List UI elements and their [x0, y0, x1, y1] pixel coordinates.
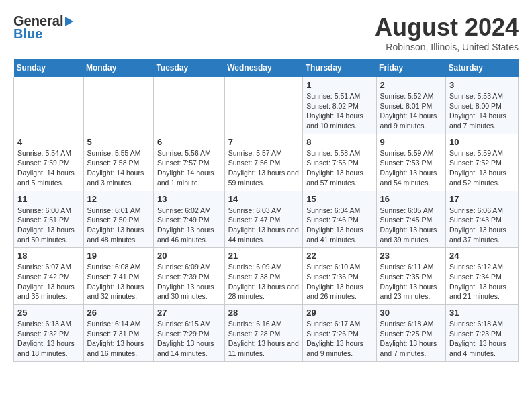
- calendar-week-row: 4Sunrise: 5:54 AMSunset: 7:59 PMDaylight…: [14, 134, 519, 191]
- day-info: Sunrise: 5:52 AMSunset: 8:01 PMDaylight:…: [380, 91, 443, 131]
- day-number: 9: [380, 137, 443, 147]
- day-number: 17: [449, 194, 515, 204]
- day-info: Sunrise: 6:02 AMSunset: 7:49 PMDaylight:…: [157, 205, 221, 245]
- title-section: August 2024 Robinson, Illinois, United S…: [375, 13, 519, 52]
- day-number: 3: [449, 80, 515, 90]
- calendar-cell: 8Sunrise: 5:58 AMSunset: 7:55 PMDaylight…: [303, 134, 376, 191]
- weekday-header-friday: Friday: [376, 59, 446, 77]
- day-number: 11: [17, 194, 80, 204]
- calendar-cell: [83, 77, 153, 134]
- calendar-cell: [153, 77, 224, 134]
- calendar-subtitle: Robinson, Illinois, United States: [375, 42, 519, 52]
- calendar-week-row: 18Sunrise: 6:07 AMSunset: 7:42 PMDayligh…: [14, 248, 519, 305]
- calendar-cell: 24Sunrise: 6:12 AMSunset: 7:34 PMDayligh…: [446, 248, 519, 305]
- calendar-cell: 18Sunrise: 6:07 AMSunset: 7:42 PMDayligh…: [14, 248, 84, 305]
- day-info: Sunrise: 6:13 AMSunset: 7:32 PMDaylight:…: [17, 319, 80, 359]
- calendar-cell: 2Sunrise: 5:52 AMSunset: 8:01 PMDaylight…: [376, 77, 446, 134]
- calendar-week-row: 25Sunrise: 6:13 AMSunset: 7:32 PMDayligh…: [14, 305, 519, 362]
- day-info: Sunrise: 6:08 AMSunset: 7:41 PMDaylight:…: [87, 262, 150, 302]
- calendar-table: SundayMondayTuesdayWednesdayThursdayFrid…: [13, 59, 519, 362]
- day-number: 21: [228, 250, 300, 261]
- day-info: Sunrise: 6:04 AMSunset: 7:46 PMDaylight:…: [306, 205, 372, 245]
- day-info: Sunrise: 6:06 AMSunset: 7:43 PMDaylight:…: [449, 205, 515, 245]
- day-number: 18: [17, 250, 80, 261]
- calendar-cell: 10Sunrise: 5:59 AMSunset: 7:52 PMDayligh…: [446, 134, 519, 191]
- day-info: Sunrise: 5:51 AMSunset: 8:02 PMDaylight:…: [306, 91, 372, 131]
- calendar-cell: 21Sunrise: 6:09 AMSunset: 7:38 PMDayligh…: [224, 248, 303, 305]
- calendar-cell: 4Sunrise: 5:54 AMSunset: 7:59 PMDaylight…: [14, 134, 84, 191]
- calendar-cell: 16Sunrise: 6:05 AMSunset: 7:45 PMDayligh…: [376, 191, 446, 248]
- weekday-header-sunday: Sunday: [14, 59, 84, 77]
- day-info: Sunrise: 5:58 AMSunset: 7:55 PMDaylight:…: [306, 148, 372, 188]
- day-number: 6: [157, 137, 221, 147]
- day-info: Sunrise: 6:18 AMSunset: 7:23 PMDaylight:…: [449, 319, 515, 359]
- calendar-cell: 15Sunrise: 6:04 AMSunset: 7:46 PMDayligh…: [303, 191, 376, 248]
- calendar-cell: 12Sunrise: 6:01 AMSunset: 7:50 PMDayligh…: [83, 191, 153, 248]
- day-info: Sunrise: 6:16 AMSunset: 7:28 PMDaylight:…: [228, 319, 300, 359]
- calendar-cell: 5Sunrise: 5:55 AMSunset: 7:58 PMDaylight…: [83, 134, 153, 191]
- calendar-cell: 9Sunrise: 5:59 AMSunset: 7:53 PMDaylight…: [376, 134, 446, 191]
- calendar-title: August 2024: [375, 13, 519, 42]
- day-info: Sunrise: 5:53 AMSunset: 8:00 PMDaylight:…: [449, 91, 515, 131]
- calendar-cell: 25Sunrise: 6:13 AMSunset: 7:32 PMDayligh…: [14, 305, 84, 362]
- day-info: Sunrise: 6:11 AMSunset: 7:35 PMDaylight:…: [380, 262, 443, 302]
- day-info: Sunrise: 6:12 AMSunset: 7:34 PMDaylight:…: [449, 262, 515, 302]
- day-number: 1: [306, 80, 372, 90]
- day-number: 20: [157, 250, 221, 261]
- day-number: 2: [380, 80, 443, 90]
- day-info: Sunrise: 5:59 AMSunset: 7:53 PMDaylight:…: [380, 148, 443, 188]
- calendar-cell: 7Sunrise: 5:57 AMSunset: 7:56 PMDaylight…: [224, 134, 303, 191]
- calendar-cell: [14, 77, 84, 134]
- day-number: 26: [87, 308, 150, 318]
- calendar-cell: 28Sunrise: 6:16 AMSunset: 7:28 PMDayligh…: [224, 305, 303, 362]
- calendar-cell: 14Sunrise: 6:03 AMSunset: 7:47 PMDayligh…: [224, 191, 303, 248]
- calendar-cell: 22Sunrise: 6:10 AMSunset: 7:36 PMDayligh…: [303, 248, 376, 305]
- weekday-header-thursday: Thursday: [303, 59, 376, 77]
- day-info: Sunrise: 6:10 AMSunset: 7:36 PMDaylight:…: [306, 262, 372, 302]
- calendar-cell: 30Sunrise: 6:18 AMSunset: 7:25 PMDayligh…: [376, 305, 446, 362]
- day-info: Sunrise: 5:55 AMSunset: 7:58 PMDaylight:…: [87, 148, 150, 188]
- calendar-cell: 31Sunrise: 6:18 AMSunset: 7:23 PMDayligh…: [446, 305, 519, 362]
- day-info: Sunrise: 6:05 AMSunset: 7:45 PMDaylight:…: [380, 205, 443, 245]
- day-number: 25: [17, 308, 80, 318]
- weekday-header-wednesday: Wednesday: [224, 59, 303, 77]
- day-number: 8: [306, 137, 372, 147]
- weekday-header-tuesday: Tuesday: [153, 59, 224, 77]
- logo: General Blue: [13, 13, 73, 42]
- day-number: 5: [87, 137, 150, 147]
- day-info: Sunrise: 6:18 AMSunset: 7:25 PMDaylight:…: [380, 319, 443, 359]
- calendar-cell: 27Sunrise: 6:15 AMSunset: 7:29 PMDayligh…: [153, 305, 224, 362]
- day-number: 12: [87, 194, 150, 204]
- day-number: 23: [380, 250, 443, 261]
- day-info: Sunrise: 5:54 AMSunset: 7:59 PMDaylight:…: [17, 148, 80, 188]
- day-number: 10: [449, 137, 515, 147]
- calendar-cell: 17Sunrise: 6:06 AMSunset: 7:43 PMDayligh…: [446, 191, 519, 248]
- day-number: 30: [380, 308, 443, 318]
- day-info: Sunrise: 5:56 AMSunset: 7:57 PMDaylight:…: [157, 148, 221, 188]
- calendar-cell: 13Sunrise: 6:02 AMSunset: 7:49 PMDayligh…: [153, 191, 224, 248]
- day-number: 28: [228, 308, 300, 318]
- day-info: Sunrise: 6:17 AMSunset: 7:26 PMDaylight:…: [306, 319, 372, 359]
- day-number: 22: [306, 250, 372, 261]
- day-number: 7: [228, 137, 300, 147]
- day-info: Sunrise: 5:59 AMSunset: 7:52 PMDaylight:…: [449, 148, 515, 188]
- day-number: 14: [228, 194, 300, 204]
- weekday-header-saturday: Saturday: [446, 59, 519, 77]
- weekday-header-row: SundayMondayTuesdayWednesdayThursdayFrid…: [14, 59, 519, 77]
- day-number: 29: [306, 308, 372, 318]
- day-number: 19: [87, 250, 150, 261]
- calendar-cell: 20Sunrise: 6:09 AMSunset: 7:39 PMDayligh…: [153, 248, 224, 305]
- calendar-cell: 19Sunrise: 6:08 AMSunset: 7:41 PMDayligh…: [83, 248, 153, 305]
- calendar-cell: 29Sunrise: 6:17 AMSunset: 7:26 PMDayligh…: [303, 305, 376, 362]
- day-number: 16: [380, 194, 443, 204]
- calendar-week-row: 1Sunrise: 5:51 AMSunset: 8:02 PMDaylight…: [14, 77, 519, 134]
- calendar-cell: 1Sunrise: 5:51 AMSunset: 8:02 PMDaylight…: [303, 77, 376, 134]
- day-number: 24: [449, 250, 515, 261]
- calendar-cell: 3Sunrise: 5:53 AMSunset: 8:00 PMDaylight…: [446, 77, 519, 134]
- calendar-week-row: 11Sunrise: 6:00 AMSunset: 7:51 PMDayligh…: [14, 191, 519, 248]
- day-info: Sunrise: 6:01 AMSunset: 7:50 PMDaylight:…: [87, 205, 150, 245]
- day-info: Sunrise: 6:09 AMSunset: 7:39 PMDaylight:…: [157, 262, 221, 302]
- calendar-cell: 23Sunrise: 6:11 AMSunset: 7:35 PMDayligh…: [376, 248, 446, 305]
- day-number: 15: [306, 194, 372, 204]
- calendar-cell: 6Sunrise: 5:56 AMSunset: 7:57 PMDaylight…: [153, 134, 224, 191]
